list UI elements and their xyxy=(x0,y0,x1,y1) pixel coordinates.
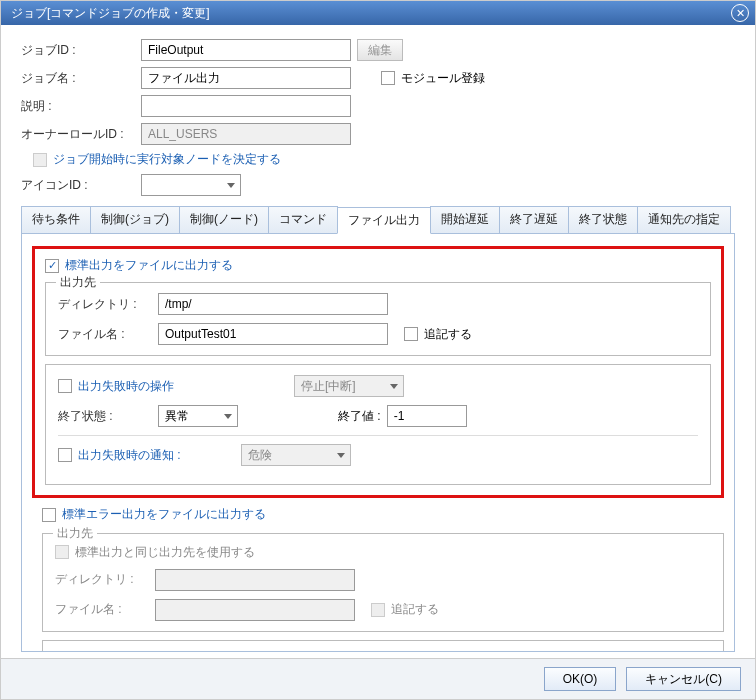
iconid-label: アイコンID : xyxy=(21,177,141,194)
exit-value-label: 終了値 : xyxy=(338,408,381,425)
dialog-title: ジョブ[コマンドジョブの作成・変更] xyxy=(11,5,210,22)
fail-notify-select: 危険 xyxy=(241,444,351,466)
fail-notify-label: 出力失敗時の通知 : xyxy=(78,447,181,464)
checkbox-icon xyxy=(58,379,72,393)
dir-input[interactable] xyxy=(158,293,388,315)
stderr-dir-label: ディレクトリ : xyxy=(55,571,155,588)
append-label: 追記する xyxy=(424,326,472,343)
stderr-append-label: 追記する xyxy=(391,601,439,618)
stderr-enable-checkbox[interactable]: 標準エラー出力をファイルに出力する xyxy=(42,506,266,523)
jobname-input[interactable] xyxy=(141,67,351,89)
fail-op-label: 出力失敗時の操作 xyxy=(78,378,174,395)
content-area: ジョブID : 編集 ジョブ名 : モジュール登録 説明 : オーナーロールID… xyxy=(1,25,755,658)
close-icon[interactable]: ✕ xyxy=(731,4,749,22)
fail-op-select: 停止[中断] xyxy=(294,375,404,397)
dialog: ジョブ[コマンドジョブの作成・変更] ✕ ジョブID : 編集 ジョブ名 : モ… xyxy=(0,0,756,700)
checkbox-icon xyxy=(58,448,72,462)
tab-control-job[interactable]: 制御(ジョブ) xyxy=(90,206,180,233)
same-dest-checkbox: 標準出力と同じ出力先を使用する xyxy=(55,544,255,561)
same-dest-label: 標準出力と同じ出力先を使用する xyxy=(75,544,255,561)
stderr-section: 標準エラー出力をファイルに出力する 出力先 標準出力と同じ出力先を使用する ディ… xyxy=(42,506,724,652)
fail-op-value: 停止[中断] xyxy=(301,378,356,395)
ok-button[interactable]: OK(O) xyxy=(544,667,617,691)
checkbox-icon xyxy=(33,153,47,167)
stdout-enable-label: 標準出力をファイルに出力する xyxy=(65,257,233,274)
fail-notify-checkbox[interactable]: 出力失敗時の通知 : xyxy=(58,447,181,464)
file-input[interactable] xyxy=(158,323,388,345)
stderr-fail-group: 出力失敗時の操作 停止[中断] 終了状態 : 異常 終了値 : xyxy=(42,640,724,653)
owner-label: オーナーロールID : xyxy=(21,126,141,143)
stdout-enable-checkbox[interactable]: ✓ 標準出力をファイルに出力する xyxy=(45,257,233,274)
tab-end-state[interactable]: 終了状態 xyxy=(568,206,638,233)
stderr-enable-label: 標準エラー出力をファイルに出力する xyxy=(62,506,266,523)
edit-button: 編集 xyxy=(357,39,403,61)
tab-start-delay[interactable]: 開始遅延 xyxy=(430,206,500,233)
stderr-dest-title: 出力先 xyxy=(53,525,97,542)
checkbox-icon xyxy=(381,71,395,85)
tab-notify-dest[interactable]: 通知先の指定 xyxy=(637,206,731,233)
stdout-section-highlight: ✓ 標準出力をファイルに出力する 出力先 ディレクトリ : ファイル名 : xyxy=(32,246,724,498)
checkbox-icon xyxy=(42,508,56,522)
checkbox-icon: ✓ xyxy=(45,259,59,273)
stdout-dest-title: 出力先 xyxy=(56,274,100,291)
titlebar: ジョブ[コマンドジョブの作成・変更] ✕ xyxy=(1,1,755,25)
file-label: ファイル名 : xyxy=(58,326,158,343)
tab-file-output[interactable]: ファイル出力 xyxy=(337,207,431,234)
exit-state-value: 異常 xyxy=(165,408,189,425)
checkbox-icon xyxy=(404,327,418,341)
fail-notify-value: 危険 xyxy=(248,447,272,464)
tab-end-delay[interactable]: 終了遅延 xyxy=(499,206,569,233)
decide-node-checkbox[interactable]: ジョブ開始時に実行対象ノードを決定する xyxy=(33,151,281,168)
iconid-select[interactable] xyxy=(141,174,241,196)
jobname-label: ジョブ名 : xyxy=(21,70,141,87)
owner-input xyxy=(141,123,351,145)
stdout-dest-group: 出力先 ディレクトリ : ファイル名 : 追記する xyxy=(45,282,711,356)
stderr-dir-input xyxy=(155,569,355,591)
tab-body: ✓ 標準出力をファイルに出力する 出力先 ディレクトリ : ファイル名 : xyxy=(21,234,735,652)
dir-label: ディレクトリ : xyxy=(58,296,158,313)
tab-strip: 待ち条件 制御(ジョブ) 制御(ノード) コマンド ファイル出力 開始遅延 終了… xyxy=(21,206,735,234)
module-register-label: モジュール登録 xyxy=(401,70,485,87)
checkbox-icon xyxy=(55,545,69,559)
desc-input[interactable] xyxy=(141,95,351,117)
module-register-checkbox[interactable]: モジュール登録 xyxy=(381,70,485,87)
stderr-file-input xyxy=(155,599,355,621)
tab-control-node[interactable]: 制御(ノード) xyxy=(179,206,269,233)
desc-label: 説明 : xyxy=(21,98,141,115)
exit-state-label: 終了状態 : xyxy=(58,408,158,425)
tab-wait-cond[interactable]: 待ち条件 xyxy=(21,206,91,233)
append-checkbox[interactable]: 追記する xyxy=(404,326,472,343)
jobid-label: ジョブID : xyxy=(21,42,141,59)
decide-node-label: ジョブ開始時に実行対象ノードを決定する xyxy=(53,151,281,168)
jobid-input[interactable] xyxy=(141,39,351,61)
checkbox-icon xyxy=(371,603,385,617)
exit-value-input[interactable] xyxy=(387,405,467,427)
cancel-button[interactable]: キャンセル(C) xyxy=(626,667,741,691)
stderr-append-checkbox: 追記する xyxy=(371,601,439,618)
fail-op-checkbox[interactable]: 出力失敗時の操作 xyxy=(58,378,174,395)
dialog-buttons: OK(O) キャンセル(C) xyxy=(1,658,755,699)
stderr-fail-op-select: 停止[中断] xyxy=(271,651,381,653)
stderr-dest-group: 出力先 標準出力と同じ出力先を使用する ディレクトリ : ファイル名 : xyxy=(42,533,724,632)
stdout-fail-group: 出力失敗時の操作 停止[中断] 終了状態 : 異常 終了値 : xyxy=(45,364,711,485)
tab-command[interactable]: コマンド xyxy=(268,206,338,233)
stderr-file-label: ファイル名 : xyxy=(55,601,155,618)
exit-state-select[interactable]: 異常 xyxy=(158,405,238,427)
